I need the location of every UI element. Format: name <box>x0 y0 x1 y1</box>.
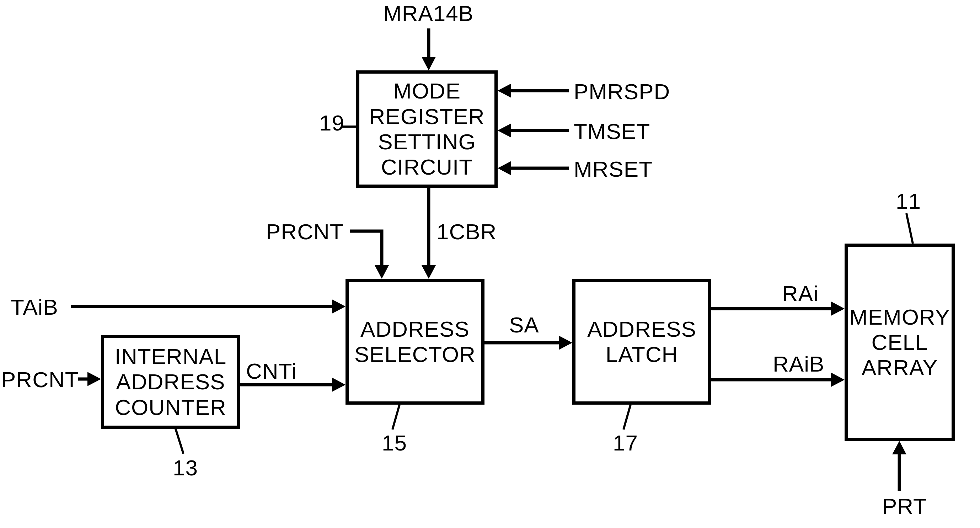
block-address-latch: ADDRESS LATCH <box>572 279 711 405</box>
block-mode-register: MODE REGISTER SETTING CIRCUIT <box>356 70 498 188</box>
ref-15: 15 <box>382 430 407 455</box>
leader-17 <box>620 405 634 433</box>
ref-11: 11 <box>896 188 921 214</box>
arrow-tmset <box>498 127 569 141</box>
arrow-prcnt-top <box>350 227 393 285</box>
svg-marker-18 <box>559 336 572 350</box>
leader-11 <box>906 213 920 245</box>
signal-raib: RAiB <box>773 351 824 377</box>
svg-marker-7 <box>498 161 511 175</box>
block-address-selector-label: ADDRESS SELECTOR <box>355 316 476 367</box>
svg-line-27 <box>393 405 399 429</box>
arrow-pmrspd <box>498 87 569 101</box>
signal-taib: TAiB <box>11 294 58 320</box>
arrow-cnti <box>240 381 347 395</box>
svg-marker-12 <box>332 299 345 313</box>
arrow-rai <box>711 305 846 319</box>
signal-sa: SA <box>509 312 539 337</box>
svg-marker-9 <box>422 265 436 279</box>
svg-marker-20 <box>831 302 845 316</box>
svg-marker-1 <box>422 57 436 70</box>
ref-13: 13 <box>173 455 198 480</box>
svg-marker-22 <box>831 373 845 387</box>
block-memory-cell-label: MEMORY CELL ARRAY <box>849 304 950 380</box>
svg-marker-10 <box>375 265 389 279</box>
svg-marker-16 <box>332 378 345 392</box>
arrow-prt <box>896 441 910 494</box>
svg-marker-24 <box>892 441 907 455</box>
block-address-selector: ADDRESS SELECTOR <box>345 279 485 405</box>
leader-15 <box>389 405 403 433</box>
signal-prcnt-left: PRCNT <box>1 367 79 392</box>
block-memory-cell: MEMORY CELL ARRAY <box>845 243 955 441</box>
arrow-mra14b <box>425 29 439 71</box>
signal-tmset: TMSET <box>574 119 650 144</box>
signal-pmrspd: PMRSPD <box>574 79 670 104</box>
arrow-prcnt-left <box>85 375 107 390</box>
leader-19 <box>341 125 359 132</box>
ref-19: 19 <box>319 110 344 135</box>
ref-17: 17 <box>613 430 638 455</box>
block-internal-counter-label: INTERNAL ADDRESS COUNTER <box>115 344 227 420</box>
signal-prt: PRT <box>882 493 927 519</box>
signal-1cbr: 1CBR <box>436 219 496 244</box>
arrow-1cbr <box>425 188 439 280</box>
arrow-raib <box>711 376 846 390</box>
signal-rai: RAi <box>782 281 819 306</box>
svg-line-29 <box>907 213 913 243</box>
svg-marker-14 <box>88 372 101 386</box>
arrow-taib <box>71 303 348 317</box>
svg-line-26 <box>176 429 183 454</box>
signal-mra14b: MRA14B <box>383 1 474 26</box>
signal-prcnt-top: PRCNT <box>266 219 344 244</box>
svg-line-28 <box>624 405 631 429</box>
signal-mrset: MRSET <box>574 156 652 182</box>
signal-cnti: CNTi <box>246 358 297 384</box>
block-diagram-canvas: MODE REGISTER SETTING CIRCUIT 19 INTERNA… <box>0 0 980 528</box>
block-mode-register-label: MODE REGISTER SETTING CIRCUIT <box>369 78 485 180</box>
block-internal-counter: INTERNAL ADDRESS COUNTER <box>101 335 240 429</box>
arrow-sa <box>485 339 573 353</box>
arrow-mrset <box>498 165 569 179</box>
svg-marker-3 <box>498 84 511 98</box>
block-address-latch-label: ADDRESS LATCH <box>587 316 696 367</box>
svg-marker-5 <box>498 123 511 138</box>
leader-13 <box>173 429 187 457</box>
